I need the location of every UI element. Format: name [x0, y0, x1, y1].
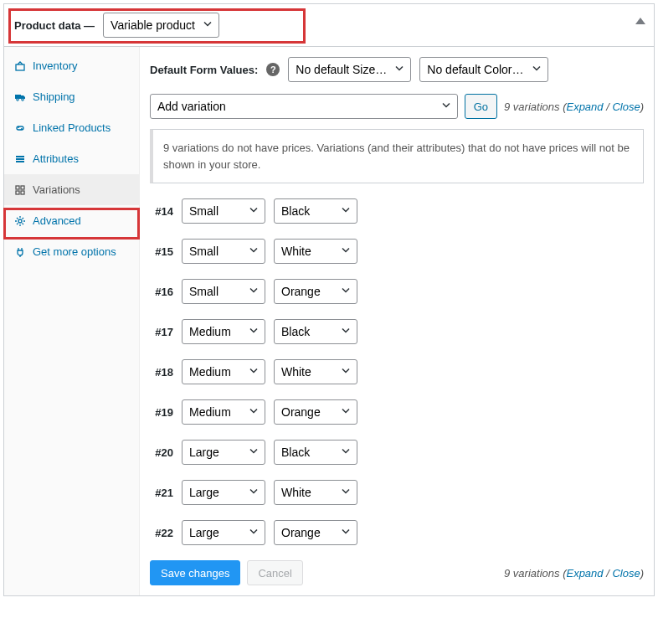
- close-link[interactable]: Close: [612, 100, 640, 113]
- sidebar: Inventory Shipping Linked Products Attri…: [4, 47, 140, 595]
- variation-row[interactable]: #22LargeOrange: [150, 520, 644, 545]
- sidebar-item-get-more-options[interactable]: Get more options: [4, 236, 139, 267]
- sidebar-item-label: Variations: [33, 183, 80, 196]
- product-type-select[interactable]: Variable product: [103, 13, 219, 38]
- variation-id: #17: [150, 326, 173, 338]
- sidebar-item-linked-products[interactable]: Linked Products: [4, 112, 139, 143]
- variation-id: #22: [150, 527, 173, 539]
- variation-color-wrap: White: [274, 480, 357, 505]
- variation-color-select[interactable]: White: [274, 359, 357, 384]
- variation-toolbar: Add variation Go 9 variations (Expand / …: [150, 94, 644, 119]
- default-size-select[interactable]: No default Size…: [288, 57, 411, 82]
- sidebar-item-label: Attributes: [33, 152, 79, 165]
- variation-id: #19: [150, 406, 173, 419]
- variation-size-select[interactable]: Medium: [182, 359, 265, 384]
- cancel-button[interactable]: Cancel: [247, 560, 302, 585]
- sidebar-item-variations[interactable]: Variations: [4, 174, 139, 205]
- variation-size-select[interactable]: Medium: [182, 319, 265, 344]
- variation-size-wrap: Medium: [182, 319, 265, 344]
- variation-row[interactable]: #14SmallBlack: [150, 198, 644, 224]
- variation-size-select[interactable]: Large: [182, 520, 265, 545]
- variation-row[interactable]: #16SmallOrange: [150, 279, 644, 304]
- variation-size-wrap: Medium: [182, 399, 265, 425]
- svg-point-3: [22, 98, 24, 100]
- variation-color-wrap: White: [274, 359, 357, 384]
- variation-color-select[interactable]: White: [274, 480, 357, 505]
- default-size-wrap: No default Size…: [288, 57, 411, 82]
- sidebar-item-inventory[interactable]: Inventory: [4, 50, 139, 81]
- expand-link[interactable]: Expand: [566, 100, 603, 113]
- panel-collapse-toggle[interactable]: [635, 13, 645, 24]
- sidebar-item-shipping[interactable]: Shipping: [4, 81, 139, 112]
- sidebar-item-label: Inventory: [33, 59, 77, 72]
- variation-color-select[interactable]: Orange: [274, 279, 357, 304]
- variation-size-select[interactable]: Large: [182, 480, 265, 505]
- variation-color-wrap: Orange: [274, 520, 357, 545]
- variation-size-select[interactable]: Small: [182, 198, 265, 224]
- variation-id: #16: [150, 286, 173, 298]
- svg-rect-0: [16, 64, 24, 70]
- panel-body: Inventory Shipping Linked Products Attri…: [4, 47, 654, 595]
- variation-action-wrap: Add variation: [150, 94, 458, 119]
- link-icon: [14, 122, 26, 134]
- variation-color-wrap: Orange: [274, 399, 357, 425]
- variation-size-wrap: Small: [182, 279, 265, 304]
- product-data-panel: Product data — Variable product Inventor…: [3, 3, 655, 596]
- svg-rect-8: [21, 186, 24, 189]
- variation-color-select[interactable]: White: [274, 239, 357, 264]
- svg-rect-10: [21, 191, 24, 194]
- svg-rect-5: [16, 158, 24, 160]
- help-icon[interactable]: ?: [266, 63, 280, 76]
- variation-color-wrap: Black: [274, 319, 357, 344]
- price-notice: 9 variations do not have prices. Variati…: [150, 129, 644, 183]
- svg-point-2: [17, 98, 19, 100]
- default-form-values-label: Default Form Values:: [150, 64, 258, 76]
- default-color-wrap: No default Color…: [419, 57, 548, 82]
- expand-link[interactable]: Expand: [566, 567, 603, 580]
- variation-size-wrap: Large: [182, 440, 265, 465]
- list-icon: [14, 153, 26, 165]
- variation-id: #14: [150, 205, 173, 218]
- svg-rect-1: [15, 95, 21, 99]
- close-link[interactable]: Close: [612, 567, 640, 580]
- save-changes-button[interactable]: Save changes: [150, 560, 240, 585]
- sidebar-item-label: Advanced: [33, 214, 81, 227]
- variation-counts: 9 variations (Expand / Close): [504, 100, 644, 113]
- variation-color-select[interactable]: Black: [274, 198, 357, 224]
- variation-row[interactable]: #19MediumOrange: [150, 399, 644, 425]
- variation-color-select[interactable]: Black: [274, 319, 357, 344]
- sidebar-item-advanced[interactable]: Advanced: [4, 205, 139, 236]
- variation-color-wrap: Orange: [274, 279, 357, 304]
- plug-icon: [14, 246, 26, 258]
- default-color-select[interactable]: No default Color…: [419, 57, 548, 82]
- default-form-values-row: Default Form Values: ? No default Size… …: [150, 57, 644, 82]
- variation-color-wrap: Black: [274, 198, 357, 224]
- variation-size-select[interactable]: Large: [182, 440, 265, 465]
- variation-color-select[interactable]: Black: [274, 440, 357, 465]
- variation-color-select[interactable]: Orange: [274, 399, 357, 425]
- variation-size-select[interactable]: Small: [182, 239, 265, 264]
- go-button[interactable]: Go: [465, 94, 497, 119]
- variation-row[interactable]: #21LargeWhite: [150, 480, 644, 505]
- variation-color-wrap: Black: [274, 440, 357, 465]
- variation-row[interactable]: #17MediumBlack: [150, 319, 644, 344]
- variation-action-select[interactable]: Add variation: [150, 94, 458, 119]
- variation-row[interactable]: #20LargeBlack: [150, 440, 644, 465]
- gear-icon: [14, 215, 26, 227]
- variation-size-wrap: Large: [182, 520, 265, 545]
- variation-row[interactable]: #15SmallWhite: [150, 239, 644, 264]
- variation-size-select[interactable]: Small: [182, 279, 265, 304]
- sidebar-item-attributes[interactable]: Attributes: [4, 143, 139, 174]
- variations-list: #14SmallBlack#15SmallWhite#16SmallOrange…: [150, 198, 644, 545]
- variation-count-text: 9 variations: [504, 100, 559, 113]
- panel-header: Product data — Variable product: [4, 4, 654, 47]
- variation-color-select[interactable]: Orange: [274, 520, 357, 545]
- variation-size-wrap: Medium: [182, 359, 265, 384]
- variation-id: #20: [150, 446, 173, 459]
- main-content: Default Form Values: ? No default Size… …: [140, 47, 654, 595]
- inventory-icon: [14, 60, 26, 72]
- sidebar-item-label: Get more options: [33, 245, 116, 258]
- variation-row[interactable]: #18MediumWhite: [150, 359, 644, 384]
- variation-size-select[interactable]: Medium: [182, 399, 265, 425]
- variation-count-text: 9 variations: [504, 567, 559, 580]
